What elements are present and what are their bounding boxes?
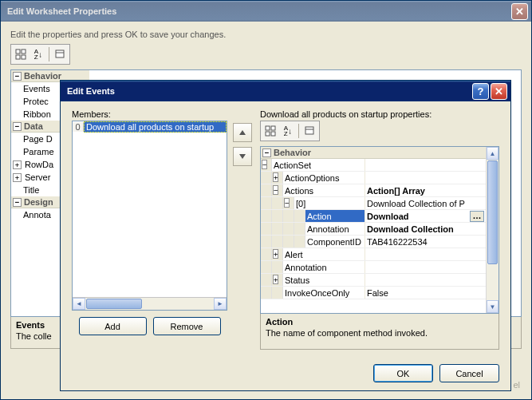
- svg-rect-0: [16, 50, 20, 53]
- cancel-button[interactable]: Cancel: [439, 364, 499, 382]
- item-index: 0: [73, 122, 84, 132]
- pg-status[interactable]: Status: [283, 274, 365, 286]
- expand-icon[interactable]: +: [13, 160, 22, 169]
- svg-rect-9: [271, 132, 275, 136]
- help-icon[interactable]: ?: [472, 83, 489, 100]
- toolbar-separator: [298, 124, 299, 138]
- expand-icon[interactable]: +: [273, 275, 278, 284]
- edit-events-dialog: Edit Events ? ✕ Members: 0 Download all …: [60, 80, 511, 391]
- tree-item-events[interactable]: Events: [22, 84, 50, 93]
- collapse-icon[interactable]: −: [13, 198, 22, 207]
- tree-item[interactable]: Page D: [22, 134, 53, 144]
- pg-invokeonce-value[interactable]: False: [365, 287, 486, 299]
- remove-button[interactable]: Remove: [153, 317, 221, 335]
- pg-annotation[interactable]: Annotation: [305, 223, 365, 235]
- pg-actions-value: Action[] Array: [365, 184, 486, 196]
- pg-componentid-value: TAB416222534: [365, 236, 486, 248]
- tree-item[interactable]: Server: [24, 172, 50, 182]
- instruction-text: Edit the properties and press OK to save…: [10, 30, 522, 39]
- list-item[interactable]: 0 Download all products on startup: [73, 121, 227, 133]
- expand-icon[interactable]: +: [273, 172, 278, 182]
- svg-rect-1: [22, 50, 26, 53]
- scroll-thumb[interactable]: [487, 160, 498, 264]
- members-listbox[interactable]: 0 Download all products on startup ◄ ►: [72, 121, 227, 311]
- tree-item[interactable]: Protec: [22, 97, 49, 106]
- property-description: Action The name of component method invo…: [260, 313, 499, 350]
- tree-item[interactable]: Parame: [22, 147, 54, 156]
- desc-text: The name of component method invoked.: [266, 328, 494, 338]
- property-grid[interactable]: −Behavior −ActionSet +ActionOptions −Act…: [260, 146, 499, 314]
- tree-item[interactable]: Title: [22, 185, 39, 195]
- collapse-icon[interactable]: −: [13, 72, 22, 81]
- properties-label: Download all products on startup propert…: [260, 109, 499, 119]
- alphabetical-icon[interactable]: AZ↓: [279, 122, 297, 140]
- pg-invokeonce[interactable]: InvokeOnceOnly: [283, 287, 365, 299]
- pg-action[interactable]: Action: [305, 210, 365, 222]
- scrollbar-vertical[interactable]: ▲ ▼: [486, 147, 499, 313]
- tree-item[interactable]: RowDa: [24, 160, 53, 169]
- ellipsis-button[interactable]: …: [470, 211, 484, 222]
- pg-alert[interactable]: Alert: [283, 248, 365, 260]
- move-down-button[interactable]: [233, 147, 252, 166]
- pg-actionset[interactable]: ActionSet: [272, 159, 365, 171]
- scroll-down-icon[interactable]: ▼: [487, 300, 499, 313]
- scroll-left-icon[interactable]: ◄: [73, 298, 85, 310]
- pg-idx0-value: Download Collection of P: [365, 197, 486, 209]
- pg-annotation-value: Download Collection: [365, 223, 486, 235]
- collapse-icon[interactable]: −: [13, 122, 22, 131]
- dialog-titlebar: Edit Events ? ✕: [61, 81, 510, 101]
- pg-idx0[interactable]: [0]: [294, 197, 365, 209]
- svg-rect-2: [16, 55, 20, 59]
- toolbar-separator: [49, 47, 49, 61]
- pg-action-value[interactable]: Download…: [365, 210, 486, 222]
- collapse-icon[interactable]: −: [273, 185, 278, 195]
- scroll-thumb[interactable]: [86, 299, 142, 309]
- tree-item[interactable]: Ribbon: [22, 109, 51, 119]
- svg-rect-6: [266, 126, 270, 130]
- ok-button[interactable]: OK: [373, 364, 433, 382]
- scroll-up-icon[interactable]: ▲: [487, 147, 499, 160]
- collapse-icon[interactable]: −: [284, 198, 290, 208]
- expand-icon[interactable]: +: [13, 173, 22, 182]
- pg-actions[interactable]: Actions: [283, 184, 365, 196]
- categorized-icon[interactable]: [262, 122, 279, 140]
- svg-rect-7: [271, 126, 275, 130]
- pg-actionoptions[interactable]: ActionOptions: [283, 172, 365, 184]
- svg-rect-3: [22, 55, 26, 59]
- dialog-title: Edit Events: [64, 86, 471, 96]
- move-up-button[interactable]: [233, 123, 252, 142]
- svg-rect-10: [305, 127, 313, 134]
- collapse-icon[interactable]: −: [262, 160, 267, 169]
- main-title: Edit Worksheet Properties: [4, 6, 510, 16]
- collapse-icon[interactable]: −: [262, 149, 271, 157]
- property-pages-icon[interactable]: [301, 122, 318, 140]
- main-titlebar: Edit Worksheet Properties ✕: [1, 1, 531, 22]
- item-text: Download all products on startup: [84, 121, 227, 133]
- members-label: Members:: [72, 109, 227, 119]
- property-pages-icon[interactable]: [51, 46, 69, 63]
- close-icon[interactable]: ✕: [511, 3, 528, 20]
- tree-item[interactable]: Annota: [22, 210, 51, 220]
- categorized-icon[interactable]: [12, 46, 30, 63]
- expand-icon[interactable]: +: [273, 249, 278, 259]
- scrollbar-horizontal[interactable]: ◄ ►: [73, 297, 227, 310]
- pg-componentid[interactable]: ComponentID: [305, 236, 365, 248]
- desc-title: Action: [266, 317, 494, 327]
- close-icon[interactable]: ✕: [491, 83, 507, 100]
- pg-category-behavior[interactable]: −Behavior: [261, 147, 486, 159]
- svg-rect-8: [266, 132, 270, 136]
- props-toolbar: AZ↓: [260, 121, 320, 141]
- main-toolbar: AZ↓: [10, 44, 70, 65]
- scroll-right-icon[interactable]: ►: [214, 298, 227, 310]
- svg-rect-4: [56, 50, 64, 57]
- pg-annotation2[interactable]: Annotation: [283, 261, 365, 273]
- alphabetical-icon[interactable]: AZ↓: [30, 46, 47, 63]
- add-button[interactable]: Add: [79, 317, 147, 335]
